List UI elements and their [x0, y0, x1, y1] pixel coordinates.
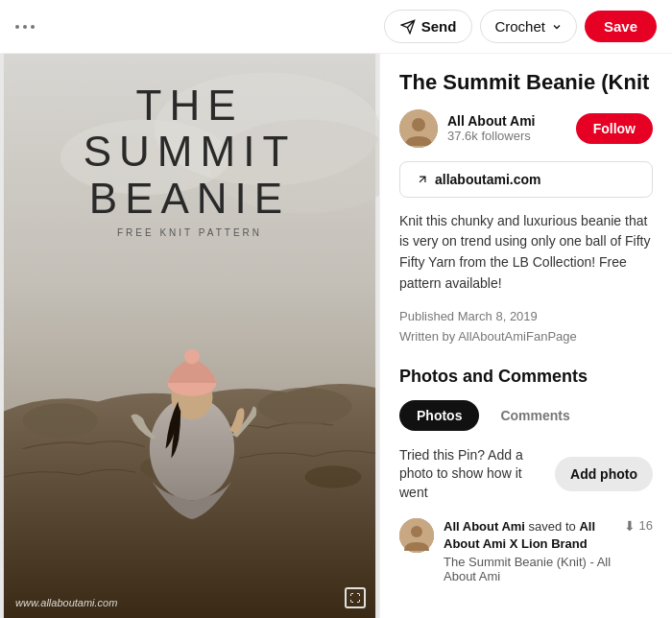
comment-author-line: All About Ami saved to All About Ami X L…	[444, 518, 614, 553]
pin-meta: Published March 8, 2019 Written by AllAb…	[399, 307, 653, 347]
avatar-image	[399, 109, 438, 148]
written-by: Written by AllAboutAmiFanPage	[399, 327, 653, 347]
follow-button[interactable]: Follow	[576, 113, 653, 144]
expand-icon	[349, 592, 361, 604]
svg-point-15	[411, 526, 422, 537]
watermark-url: www.allaboutami.com	[15, 597, 117, 608]
toolbar: Send Crochet Save	[0, 0, 672, 54]
save-count-value: 16	[639, 518, 653, 533]
chevron-down-icon	[551, 21, 563, 33]
author-followers: 37.6k followers	[447, 129, 566, 143]
pin-image-text: THE SUMMIT BEANIE FREE KNIT PATTERN	[0, 83, 379, 238]
pin-details: The Summit Beanie (Knit All About Ami 37…	[379, 54, 672, 618]
comment-text: The Summit Beanie (Knit) - All About Ami	[444, 555, 614, 583]
add-photo-row: Tried this Pin? Add a photo to show how …	[399, 446, 653, 503]
svg-point-11	[184, 349, 200, 365]
section-title: Photos and Comments	[399, 367, 653, 387]
comment-avatar	[399, 518, 434, 553]
svg-point-7	[305, 465, 362, 488]
comment-action: saved to	[529, 519, 576, 534]
pin-title-line1: THE	[0, 83, 379, 129]
external-link-icon	[416, 173, 429, 186]
send-button[interactable]: Send	[384, 10, 473, 43]
tab-photos[interactable]: Photos	[399, 400, 479, 431]
category-dropdown[interactable]: Crochet	[480, 10, 577, 43]
comment-author: All About Ami	[444, 519, 525, 534]
pin-description: Knit this chunky and luxurious beanie th…	[399, 211, 653, 295]
add-photo-prompt: Tried this Pin? Add a photo to show how …	[399, 446, 555, 503]
pin-title-line2: SUMMIT	[0, 129, 379, 175]
author-row: All About Ami 37.6k followers Follow	[399, 109, 653, 148]
comment-row: All About Ami saved to All About Ami X L…	[399, 518, 653, 583]
tab-comments[interactable]: Comments	[483, 400, 587, 431]
send-icon	[400, 19, 416, 35]
author-info: All About Ami 37.6k followers	[447, 113, 566, 143]
comment-content: All About Ami saved to All About Ami X L…	[444, 518, 614, 583]
main-content: THE SUMMIT BEANIE FREE KNIT PATTERN www.…	[0, 54, 672, 618]
svg-point-5	[258, 388, 352, 425]
expand-button[interactable]	[345, 587, 366, 608]
save-count: ⬇ 16	[624, 518, 653, 534]
author-name: All About Ami	[447, 113, 566, 129]
save-count-icon: ⬇	[624, 518, 636, 534]
published-date: Published March 8, 2019	[399, 307, 653, 327]
commenter-avatar	[399, 518, 434, 553]
more-options-button[interactable]	[15, 25, 35, 29]
tab-row: Photos Comments	[399, 400, 653, 431]
pin-image: THE SUMMIT BEANIE FREE KNIT PATTERN www.…	[0, 54, 379, 618]
add-photo-button[interactable]: Add photo	[555, 457, 653, 491]
pin-title: The Summit Beanie (Knit	[399, 69, 653, 96]
website-link[interactable]: allaboutami.com	[399, 161, 653, 198]
svg-point-13	[412, 118, 425, 131]
website-text: allaboutami.com	[435, 172, 540, 187]
author-avatar	[399, 109, 438, 148]
svg-point-4	[23, 404, 98, 438]
send-label: Send	[421, 18, 457, 35]
pin-image-subtitle: FREE KNIT PATTERN	[0, 227, 379, 238]
save-button[interactable]: Save	[585, 11, 657, 42]
pin-title-line3: BEANIE	[0, 176, 379, 222]
category-label: Crochet	[494, 18, 545, 35]
